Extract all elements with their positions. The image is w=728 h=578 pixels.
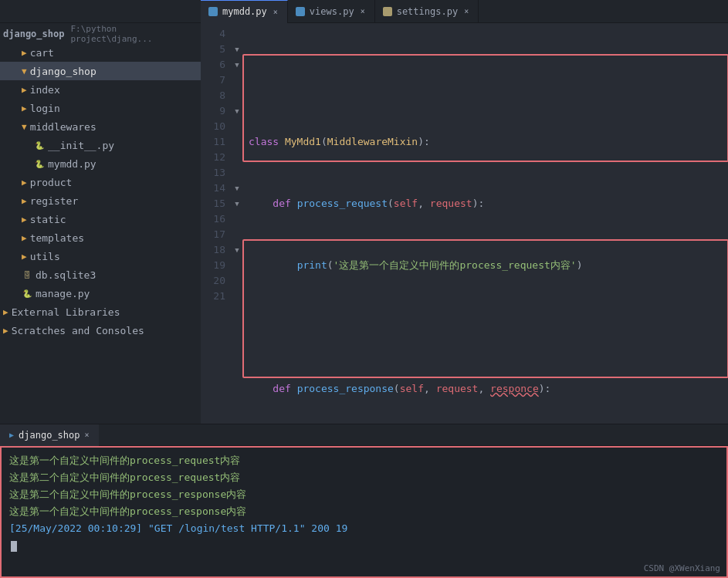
tab-settings-label: settings.py — [397, 6, 458, 17]
console-cursor-line — [9, 537, 719, 554]
console-output: 这是第一个自定义中间件的process_request内容 这是第二个自定义中间… — [0, 446, 728, 578]
folder-icon-utils: ▶ — [22, 252, 27, 262]
sidebar-item-mymdd-py[interactable]: 🐍 mymdd.py — [0, 154, 201, 173]
folder-icon-cart: ▶ — [22, 48, 27, 58]
sidebar-label-utils: utils — [30, 251, 60, 262]
console-line-5: [25/May/2022 00:10:29] "GET /login/test … — [9, 520, 719, 537]
tab-settings-close[interactable]: × — [462, 6, 470, 16]
console-line-3: 这是第二个自定义中间件的process_response内容 — [9, 486, 719, 503]
sidebar-project-header[interactable]: django_shop F:\python project\djang... — [0, 25, 201, 43]
sidebar-label-cart: cart — [30, 47, 54, 59]
code-content[interactable]: class MyMdd1(MiddlewareMixin): def proce… — [242, 26, 728, 424]
code-container: 4 5 6 7 8 9 10 11 12 13 14 15 16 17 18 1… — [201, 23, 728, 424]
sidebar-label-static: static — [30, 214, 66, 225]
tab-views[interactable]: views.py × — [288, 0, 375, 23]
sidebar-label-db-sqlite: db.sqlite3 — [36, 269, 96, 281]
tab-mymdd[interactable]: mymdd.py × — [201, 0, 288, 23]
sidebar-item-login[interactable]: ▶ login — [0, 99, 201, 117]
watermark: CSDN @XWenXiang — [644, 563, 720, 573]
tab-mymdd-label: mymdd.py — [222, 6, 267, 17]
sidebar-label-django-shop: django_shop — [30, 66, 97, 77]
sidebar-item-scratches[interactable]: ▶ Scratches and Consoles — [0, 321, 201, 340]
console-line-1: 这是第一个自定义中间件的process_request内容 — [9, 452, 719, 469]
tab-mymdd-close[interactable]: × — [272, 7, 279, 17]
folder-icon-product: ▶ — [22, 177, 27, 188]
project-name: django_shop — [3, 29, 64, 39]
tab-views-close[interactable]: × — [359, 6, 367, 16]
folder-icon-register: ▶ — [22, 196, 27, 206]
sidebar-item-templates[interactable]: ▶ templates — [0, 228, 201, 247]
code-line-4 — [249, 73, 728, 88]
sidebar-item-product[interactable]: ▶ product — [0, 173, 201, 191]
console-icon: ▶ — [9, 431, 14, 439]
sidebar-item-middlewares[interactable]: ▼ middlewares — [0, 117, 201, 136]
bottom-tab-django-shop[interactable]: ▶ django_shop × — [0, 424, 99, 446]
main-area: django_shop F:\python project\djang... ▶… — [0, 23, 728, 424]
sidebar-label-templates: templates — [30, 232, 84, 244]
sidebar-item-utils[interactable]: ▶ utils — [0, 247, 201, 265]
sidebar-label-middlewares: middlewares — [30, 121, 97, 133]
folder-icon-django-shop: ▼ — [22, 66, 27, 76]
folder-icon-login: ▶ — [22, 103, 27, 113]
bottom-tab-bar: ▶ django_shop × — [0, 424, 728, 446]
sidebar-item-register[interactable]: ▶ register — [0, 191, 201, 210]
folder-icon-static: ▶ — [22, 215, 27, 225]
sidebar-item-external-libs[interactable]: ▶ External Libraries — [0, 303, 201, 321]
sidebar: django_shop F:\python project\djang... ▶… — [0, 23, 201, 424]
sidebar-label-scratches: Scratches and Consoles — [12, 325, 144, 336]
py-icon-mymdd — [208, 7, 218, 16]
console-line-2: 这是第二个自定义中间件的process_request内容 — [9, 469, 719, 486]
sidebar-item-db-sqlite[interactable]: 🗄 db.sqlite3 — [0, 265, 201, 284]
code-line-5: class MyMdd1(MiddlewareMixin): — [249, 134, 728, 150]
sidebar-label-init-py: __init__.py — [48, 140, 114, 151]
sidebar-label-index: index — [30, 84, 60, 96]
sidebar-label-external: External Libraries — [12, 306, 120, 318]
sidebar-item-init-py[interactable]: 🐍 __init__.py — [0, 136, 201, 154]
cursor-block — [11, 541, 17, 552]
manage-icon: 🐍 — [22, 289, 32, 298]
code-line-7: print('这是第一个自定义中间件的process_request内容') — [249, 258, 728, 273]
code-line-9: def process_response(self, request, resp… — [249, 381, 728, 397]
tab-views-label: views.py — [310, 6, 354, 17]
py-icon-init: 🐍 — [34, 141, 45, 150]
gutter: ▼ ▼ ▼ ▼ ▼ ▼ — [232, 26, 242, 424]
py-icon-mymdd-sidebar: 🐍 — [34, 160, 45, 168]
sidebar-label-register: register — [30, 195, 79, 207]
sidebar-label-login: login — [30, 103, 60, 114]
sidebar-label-product: product — [30, 177, 73, 188]
sidebar-label-manage-py: manage.py — [36, 288, 90, 299]
folder-icon-templates: ▶ — [22, 233, 27, 243]
sidebar-item-static[interactable]: ▶ static — [0, 210, 201, 228]
db-icon: 🗄 — [22, 271, 32, 279]
folder-icon-middlewares: ▼ — [22, 122, 27, 132]
console-line-4: 这是第一个自定义中间件的process_response内容 — [9, 503, 719, 520]
py-icon-views — [296, 7, 305, 16]
bottom-tab-label: django_shop — [19, 430, 80, 441]
code-line-6: def process_request(self, request): — [249, 196, 728, 211]
bottom-tab-close[interactable]: × — [85, 431, 90, 439]
settings-icon — [383, 7, 392, 16]
editor-area[interactable]: 4 5 6 7 8 9 10 11 12 13 14 15 16 17 18 1… — [201, 23, 728, 424]
sidebar-item-django-shop[interactable]: ▼ django_shop — [0, 62, 201, 80]
folder-icon-scratches: ▶ — [3, 326, 8, 336]
sidebar-label-mymdd-py: mymdd.py — [48, 158, 97, 170]
project-path: F:\python project\djang... — [70, 24, 195, 44]
sidebar-item-manage-py[interactable]: 🐍 manage.py — [0, 284, 201, 303]
folder-icon-external: ▶ — [3, 307, 8, 317]
line-numbers: 4 5 6 7 8 9 10 11 12 13 14 15 16 17 18 1… — [201, 26, 232, 424]
sidebar-item-index[interactable]: ▶ index — [0, 80, 201, 99]
sidebar-item-cart[interactable]: ▶ cart — [0, 43, 201, 62]
code-line-8 — [249, 319, 728, 335]
tab-bar: mymdd.py × views.py × settings.py × — [0, 0, 728, 23]
folder-icon-index: ▶ — [22, 85, 27, 95]
tab-settings[interactable]: settings.py × — [375, 0, 479, 23]
bottom-panel: ▶ django_shop × 这是第一个自定义中间件的process_requ… — [0, 424, 728, 578]
